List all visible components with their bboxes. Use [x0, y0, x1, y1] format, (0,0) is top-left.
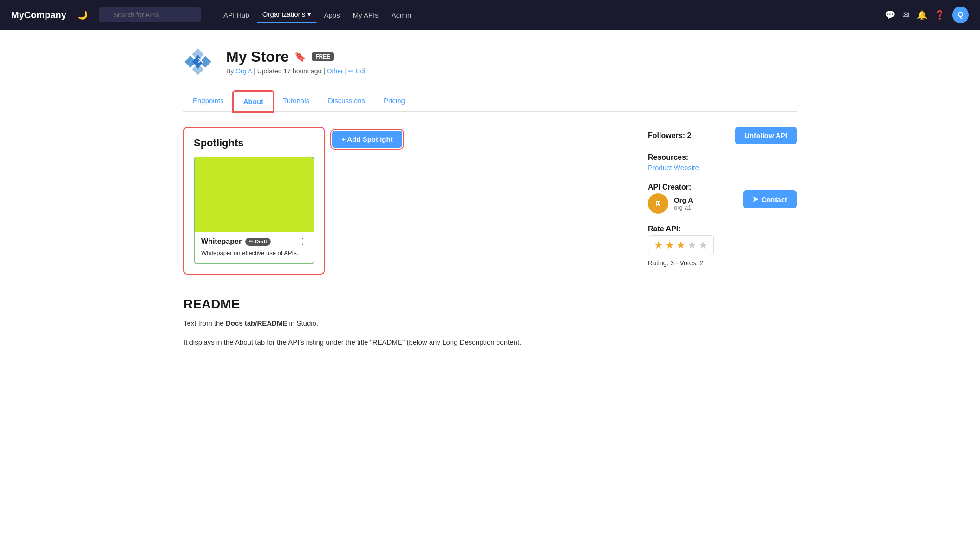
stars-container: ★ ★ ★ ★ ★	[648, 235, 714, 255]
search-container: 🔍	[99, 7, 201, 22]
star-5[interactable]: ★	[699, 239, 708, 251]
creator-contact-row: API Creator:	[648, 183, 797, 216]
main-layout: Spotlights Whitepaper ✏ Draft	[183, 127, 797, 356]
api-info: My Store 🔖 FREE By Org A | Updated 17 ho…	[226, 48, 367, 75]
page-content: ✕ My Store 🔖 FREE By Org A | Updated 17 …	[165, 30, 815, 371]
svg-rect-9	[657, 202, 658, 203]
creator-info: Org A org-a1	[674, 196, 693, 211]
dark-mode-toggle[interactable]: 🌙	[78, 10, 88, 20]
star-4[interactable]: ★	[687, 239, 697, 251]
free-badge: FREE	[312, 52, 334, 61]
spotlight-add-row: Spotlights Whitepaper ✏ Draft	[183, 127, 626, 293]
rate-api-label: Rate API:	[648, 225, 797, 233]
meta-by: By	[226, 67, 234, 75]
api-meta: By Org A | Updated 17 hours ago | Other …	[226, 67, 367, 75]
nav-my-apis[interactable]: My APIs	[347, 7, 384, 23]
tab-discussions[interactable]: Discussions	[319, 91, 374, 112]
navbar: MyCompany 🌙 🔍 API Hub Organizations ▾ Ap…	[0, 0, 980, 30]
tab-pricing[interactable]: Pricing	[374, 91, 414, 112]
svg-rect-12	[659, 203, 660, 204]
resources-block: Resources: Product Website	[648, 153, 797, 172]
rating-text: Rating: 3 - Votes: 2	[648, 259, 797, 267]
star-2[interactable]: ★	[665, 239, 674, 251]
meta-updated: Updated 17 hours ago	[257, 67, 322, 75]
followers-block: Followers: 2	[648, 131, 691, 140]
api-title-row: My Store 🔖 FREE	[226, 48, 367, 65]
user-avatar[interactable]: Q	[952, 7, 969, 23]
edit-link[interactable]: ✏ Edit	[348, 67, 367, 75]
spotlight-card-desc: Whitepaper on effective use of APIs.	[201, 249, 307, 258]
chat-icon[interactable]: 💬	[885, 10, 895, 20]
creator-name: Org A	[674, 196, 693, 204]
readme-para1: Text from the Docs tab/README in Studio.	[183, 317, 626, 329]
nav-api-hub[interactable]: API Hub	[218, 7, 255, 23]
add-spotlight-container: + Add Spotlight	[332, 127, 402, 157]
bell-icon[interactable]: 🔔	[917, 10, 927, 20]
mail-icon[interactable]: ✉	[902, 10, 909, 20]
spotlight-card: Whitepaper ✏ Draft ⋮ Whitepaper on effec…	[194, 157, 314, 264]
nav-apps[interactable]: Apps	[319, 7, 346, 23]
navbar-right: 💬 ✉ 🔔 ❓ Q	[885, 7, 969, 23]
creator-handle: org-a1	[674, 204, 693, 211]
svg-rect-13	[657, 205, 659, 206]
svg-rect-11	[657, 203, 658, 204]
dots-menu[interactable]: ⋮	[299, 237, 307, 246]
star-1[interactable]: ★	[654, 239, 663, 251]
contact-button[interactable]: ➤ Contact	[743, 190, 797, 208]
star-3[interactable]: ★	[676, 239, 686, 251]
tabs: Endpoints About Tutorials Discussions Pr…	[183, 91, 797, 112]
add-spotlight-button[interactable]: + Add Spotlight	[332, 131, 402, 148]
nav-admin[interactable]: Admin	[386, 7, 417, 23]
product-website-link[interactable]: Product Website	[648, 164, 699, 171]
category-link[interactable]: Other	[327, 67, 343, 75]
org-link[interactable]: Org A	[235, 67, 252, 75]
spotlights-title: Spotlights	[194, 137, 314, 149]
api-header: ✕ My Store 🔖 FREE By Org A | Updated 17 …	[183, 45, 797, 78]
svg-rect-10	[659, 202, 660, 203]
creator-block: API Creator:	[648, 183, 693, 216]
spotlight-card-image	[195, 157, 314, 232]
creator-avatar	[648, 193, 668, 214]
nav-organizations[interactable]: Organizations ▾	[257, 7, 317, 23]
spotlight-card-title: Whitepaper ✏ Draft	[201, 237, 271, 246]
brand-logo: MyCompany	[11, 10, 66, 20]
bookmark-icon[interactable]: 🔖	[294, 51, 306, 62]
api-title: My Store	[226, 48, 289, 65]
tab-endpoints[interactable]: Endpoints	[183, 91, 233, 112]
unfollow-button[interactable]: Unfollow API	[735, 127, 797, 144]
draft-badge: ✏ Draft	[245, 238, 271, 246]
followers-label: Followers: 2	[648, 131, 691, 139]
spotlights-section: Spotlights Whitepaper ✏ Draft	[183, 127, 325, 275]
spotlight-card-title-row: Whitepaper ✏ Draft ⋮	[201, 237, 307, 246]
resources-label: Resources:	[648, 153, 797, 162]
readme-section: README Text from the Docs tab/README in …	[183, 297, 626, 348]
rate-api-block: Rate API: ★ ★ ★ ★ ★ Rating: 3 - Votes: 2	[648, 225, 797, 267]
tab-about[interactable]: About	[233, 91, 274, 112]
help-icon[interactable]: ❓	[934, 10, 945, 20]
svg-text:✕: ✕	[197, 56, 204, 65]
readme-title: README	[183, 297, 626, 312]
followers-row: Followers: 2 Unfollow API	[648, 127, 797, 144]
main-left: Spotlights Whitepaper ✏ Draft	[183, 127, 626, 356]
creator-label: API Creator:	[648, 183, 693, 191]
search-input[interactable]	[99, 7, 201, 22]
nav-links: API Hub Organizations ▾ Apps My APIs Adm…	[218, 7, 417, 23]
spotlight-card-body: Whitepaper ✏ Draft ⋮ Whitepaper on effec…	[195, 232, 314, 263]
api-logo: ✕	[183, 45, 217, 78]
tab-tutorials[interactable]: Tutorials	[274, 91, 319, 112]
creator-row: Org A org-a1	[648, 193, 693, 214]
readme-para2: It displays in the About tab for the API…	[183, 336, 626, 348]
sidebar: Followers: 2 Unfollow API Resources: Pro…	[648, 127, 797, 356]
